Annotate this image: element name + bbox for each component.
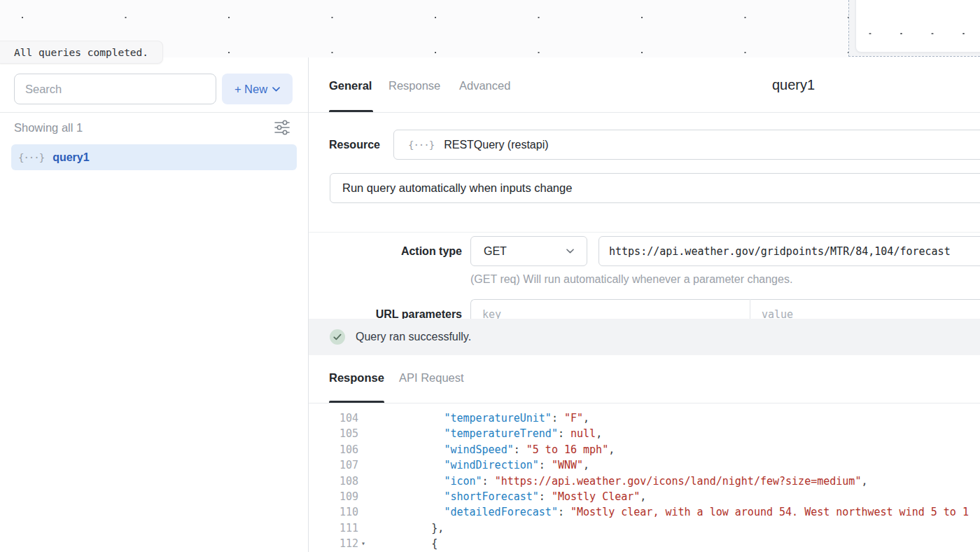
code-line: 106 "windSpeed": "5 to 16 mph", — [309, 442, 980, 457]
query-result-panel: Query ran successfully. Response API Req… — [309, 319, 980, 552]
query-name: query1 — [52, 151, 89, 164]
code-line: 107 "windDirection": "WNW", — [309, 457, 980, 473]
section-divider — [309, 232, 980, 233]
filter-button[interactable] — [272, 119, 292, 137]
query-status-bar: Query ran successfully. — [309, 319, 980, 355]
chevron-down-icon — [272, 87, 280, 92]
toast-message: All queries completed. — [14, 47, 148, 58]
selection-dashed-border-horizontal — [848, 56, 980, 57]
tab-advanced[interactable]: Advanced — [459, 79, 510, 92]
code-lines: 104 "temperatureUnit": "F",105 "temperat… — [309, 410, 980, 552]
tab-result-response[interactable]: Response — [329, 371, 384, 385]
tab-api-request[interactable]: API Request — [399, 371, 464, 385]
resource-select[interactable]: {···} RESTQuery (restapi) — [393, 130, 980, 160]
line-number: 104 — [309, 410, 358, 426]
tab-response[interactable]: Response — [388, 79, 440, 92]
fold-gutter — [358, 442, 368, 457]
query-list-sidebar: + New Showing all 1 {···} query1 — [0, 57, 308, 552]
run-mode-select[interactable]: Run query automatically when inputs chan… — [330, 173, 980, 203]
line-number: 112 — [309, 536, 358, 551]
code-line: 110 "detailedForecast": "Mostly clear, w… — [309, 504, 980, 520]
query-title: query1 — [772, 77, 815, 93]
tab-general[interactable]: General — [329, 79, 372, 92]
request-url-input[interactable] — [598, 236, 980, 266]
fold-gutter — [358, 410, 368, 426]
code-text: "windDirection": "WNW", — [368, 457, 589, 473]
code-text: { — [368, 536, 438, 551]
search-input[interactable] — [14, 74, 216, 104]
query-status-text: Query ran successfully. — [356, 331, 471, 343]
http-method-select[interactable]: GET — [470, 236, 587, 266]
code-text: "shortForecast": "Mostly Clear", — [368, 489, 646, 504]
fold-arrow-icon[interactable]: ▾ — [358, 536, 368, 551]
code-text: "windSpeed": "5 to 16 mph", — [368, 442, 615, 457]
code-line: 109 "shortForecast": "Mostly Clear", — [309, 489, 980, 504]
selection-dashed-border-vertical — [848, 0, 849, 57]
active-tab-underline — [329, 110, 373, 112]
fold-gutter — [358, 474, 368, 489]
fold-gutter — [358, 489, 368, 504]
line-number: 111 — [309, 520, 358, 536]
action-type-label: Action type — [329, 245, 462, 258]
code-text: "temperatureTrend": null, — [368, 426, 602, 441]
chevron-down-icon — [566, 249, 574, 254]
line-number: 107 — [309, 457, 358, 473]
active-result-tab-underline — [329, 401, 384, 403]
code-line: 112▾ { — [309, 536, 980, 551]
fold-gutter — [358, 520, 368, 536]
sidebar-divider — [0, 112, 308, 113]
code-text: "temperatureUnit": "F", — [368, 410, 589, 426]
showing-count-label: Showing all 1 — [14, 121, 83, 134]
code-line: 111 }, — [309, 520, 980, 536]
fold-gutter — [358, 426, 368, 441]
sliders-icon — [273, 119, 291, 136]
fold-gutter — [358, 504, 368, 520]
braces-icon: {···} — [18, 152, 44, 163]
response-json-viewer[interactable]: 104 "temperatureUnit": "F",105 "temperat… — [309, 403, 980, 552]
line-number: 110 — [309, 504, 358, 520]
line-number: 106 — [309, 442, 358, 457]
queries-completed-toast: All queries completed. — [0, 41, 163, 64]
braces-icon: {···} — [408, 139, 434, 151]
canvas-component-container[interactable] — [855, 0, 980, 53]
code-text: }, — [368, 520, 444, 536]
editor-tab-bar: General Response Advanced query1 — [309, 57, 980, 113]
http-method-value: GET — [484, 245, 507, 258]
new-query-button[interactable]: + New — [222, 74, 293, 104]
check-circle-icon — [330, 329, 345, 345]
retool-query-editor: All queries completed. + New Showing all… — [0, 0, 980, 552]
result-tab-bar: Response API Request — [309, 355, 980, 403]
code-line: 108 "icon": "https://api.weather.gov/ico… — [309, 474, 980, 489]
resource-value: RESTQuery (restapi) — [444, 139, 548, 151]
fold-gutter — [358, 457, 368, 473]
run-mode-value: Run query automatically when inputs chan… — [342, 181, 572, 195]
code-text: "icon": "https://api.weather.gov/icons/l… — [368, 474, 867, 489]
code-text: "detailedForecast": "Mostly clear, with … — [368, 504, 969, 520]
new-query-button-label: + New — [234, 83, 267, 96]
sidebar-item-query1[interactable]: {···} query1 — [11, 144, 297, 170]
line-number: 108 — [309, 474, 358, 489]
resource-label: Resource — [329, 139, 380, 151]
run-helper-text: (GET req) Will run automatically wheneve… — [470, 273, 792, 286]
line-number: 109 — [309, 489, 358, 504]
code-line: 105 "temperatureTrend": null, — [309, 426, 980, 441]
query-editor-panel: General Response Advanced query1 Resourc… — [309, 57, 980, 552]
code-line: 104 "temperatureUnit": "F", — [309, 410, 980, 426]
line-number: 105 — [309, 426, 358, 441]
